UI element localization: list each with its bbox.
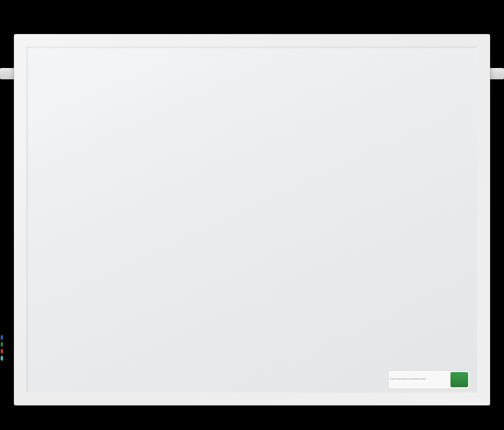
marker-teal <box>1 356 3 361</box>
label-text: Product information and certification de… <box>390 378 449 381</box>
certification-badge <box>450 372 468 387</box>
whiteboard-surface: Product information and certification de… <box>26 47 478 393</box>
whiteboard-frame: Product information and certification de… <box>14 34 490 405</box>
marker-blue <box>1 335 3 340</box>
marker-red <box>1 349 3 354</box>
marker-green <box>1 342 3 347</box>
product-label: Product information and certification de… <box>388 370 470 389</box>
side-markers <box>1 335 3 361</box>
